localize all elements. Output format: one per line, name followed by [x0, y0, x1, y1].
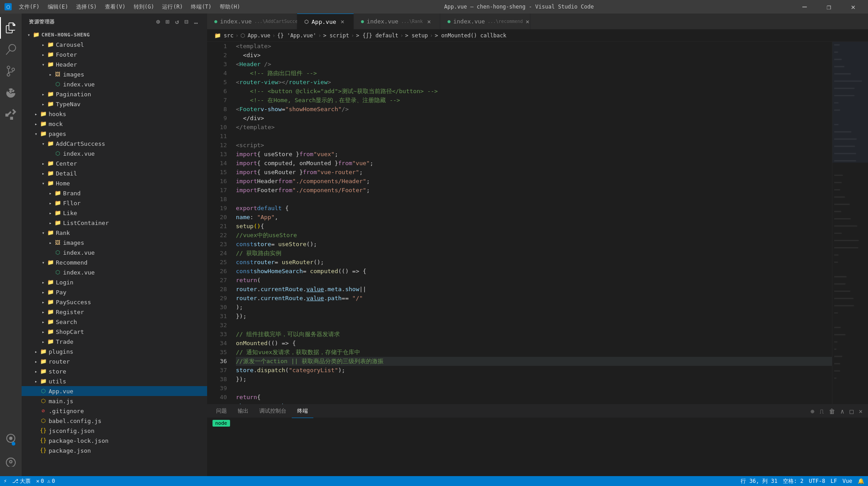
source-control-icon[interactable] — [0, 60, 22, 82]
tree-item-login[interactable]: ▸ 📁 Login — [22, 277, 207, 287]
tree-item-appvue[interactable]: ⬡ App.vue — [22, 386, 207, 396]
menu-item[interactable]: 终端(T) — [187, 2, 215, 12]
tree-item-indexvue-header[interactable]: ⬡ index.vue — [22, 79, 207, 89]
code-editor[interactable]: <template> <div> <Header /> <!-- 路由出口组件 … — [232, 42, 832, 404]
language-status[interactable]: Vue — [842, 478, 852, 484]
extensions-icon[interactable] — [0, 104, 22, 125]
tree-item-like[interactable]: ▸ 📁 Like — [22, 208, 207, 218]
breadcrumb-default[interactable]: > {∫} default — [356, 32, 398, 39]
panel-tab-terminal[interactable]: 终端 — [292, 405, 313, 418]
new-file-icon[interactable]: ⊕ — [154, 17, 162, 26]
tree-item-paysuccess[interactable]: ▸ 📁 PaySuccess — [22, 297, 207, 307]
tree-item-pay[interactable]: ▸ 📁 Pay — [22, 287, 207, 297]
tab-appvue[interactable]: ⬡ App.vue × — [297, 14, 354, 29]
tree-item-pages[interactable]: ▾ 📁 pages — [22, 129, 207, 139]
line-ending-status[interactable]: LF — [831, 478, 837, 484]
tree-item-addcartsuccess[interactable]: ▾ 📁 AddCartSuccess — [22, 139, 207, 148]
tab-index-addcart[interactable]: ● index.vue ...\AddCartSuccess × — [207, 14, 297, 29]
tab-close-rank-icon[interactable]: × — [425, 18, 433, 25]
new-folder-icon[interactable]: ⊞ — [164, 17, 172, 26]
split-terminal-icon[interactable]: ⎍ — [818, 407, 825, 416]
tree-item-search[interactable]: ▸ 📁 Search — [22, 317, 207, 327]
tree-item-center[interactable]: ▸ 📁 Center — [22, 158, 207, 168]
breadcrumb-onmounted[interactable]: > onMounted() callback — [435, 32, 506, 39]
close-panel-icon[interactable]: × — [857, 407, 864, 416]
menu-item[interactable]: 帮助(H) — [216, 2, 244, 12]
tree-item-gitignore[interactable]: ⊘ .gitignore — [22, 406, 207, 416]
tree-item-floor[interactable]: ▸ 📁 Fllor — [22, 198, 207, 208]
tree-item-indexvue-add[interactable]: ⬡ index.vue — [22, 148, 207, 158]
tree-item-pagination[interactable]: ▸ 📁 Pagination — [22, 89, 207, 99]
breadcrumb-script[interactable]: > script — [323, 32, 349, 39]
tree-item-recommend[interactable]: ▾ 📁 Recommend — [22, 257, 207, 267]
tree-item-mainjs[interactable]: ⬡ main.js — [22, 396, 207, 406]
breadcrumb-appvue[interactable]: App.vue — [248, 32, 271, 39]
panel-tab-output[interactable]: 输出 — [232, 405, 254, 418]
breadcrumb-src[interactable]: src — [224, 32, 234, 39]
menu-item[interactable]: 运行(R) — [158, 2, 186, 12]
tree-item-package[interactable]: {} package.json — [22, 446, 207, 455]
position-status[interactable]: 行 36, 列 31 — [741, 477, 778, 485]
settings-icon[interactable] — [0, 451, 22, 472]
tab-close-active-icon[interactable]: × — [339, 18, 346, 25]
tree-item-mock[interactable]: ▸ 📁 mock — [22, 119, 207, 129]
tree-item-images[interactable]: ▸ 🖼 images — [22, 69, 207, 79]
tree-item-rank-images[interactable]: ▸ 🖼 images — [22, 238, 207, 248]
tree-item-babelconfig[interactable]: ⬡ babel.config.js — [22, 416, 207, 426]
tree-item-trade[interactable]: ▸ 📁 Trade — [22, 337, 207, 346]
tree-item-recommend-indexvue[interactable]: ⬡ index.vue — [22, 267, 207, 277]
more-options-icon[interactable]: … — [192, 17, 200, 26]
refresh-icon[interactable]: ↺ — [173, 17, 181, 26]
explorer-icon[interactable] — [0, 17, 22, 39]
search-activity-icon[interactable] — [0, 39, 22, 60]
tree-item-rank-indexvue[interactable]: ⬡ index.vue — [22, 248, 207, 257]
tree-item-jsconfig[interactable]: {} jsconfig.json — [22, 426, 207, 436]
kill-terminal-icon[interactable]: 🗑 — [827, 407, 837, 416]
panel-tab-debug[interactable]: 调试控制台 — [254, 405, 292, 418]
menu-item[interactable]: 选择(S) — [72, 2, 100, 12]
tree-item-shopcart[interactable]: ▸ 📁 ShopCart — [22, 327, 207, 337]
tree-item-router[interactable]: ▸ 📁 router — [22, 356, 207, 366]
tree-item-rank[interactable]: ▾ 📁 Rank — [22, 228, 207, 238]
run-debug-icon[interactable] — [0, 82, 22, 104]
remote-status[interactable]: ⚡ — [4, 478, 7, 484]
collapse-all-icon[interactable]: ⊟ — [183, 17, 190, 26]
encoding-status[interactable]: UTF-8 — [809, 478, 825, 484]
tree-item-footer[interactable]: ▸ 📁 Footer — [22, 50, 207, 59]
maximize-button[interactable]: ❐ — [818, 0, 839, 14]
tree-item-listcontainer[interactable]: ▸ 📁 ListContainer — [22, 218, 207, 228]
breadcrumb-setup[interactable]: > setup — [405, 32, 428, 39]
tree-item-brand[interactable]: ▸ 📁 Brand — [22, 188, 207, 198]
tree-item-typenav[interactable]: ▸ 📁 TypeNav — [22, 99, 207, 109]
new-terminal-icon[interactable]: ⊕ — [809, 407, 816, 416]
menu-item[interactable]: 查看(V) — [101, 2, 129, 12]
notification-status[interactable]: 🔔 — [858, 478, 864, 484]
remote-icon[interactable] — [0, 428, 22, 449]
tree-root[interactable]: ▾ 📁 CHEN-HONG-SHENG — [22, 30, 207, 40]
menu-item[interactable]: 文件(F) — [15, 2, 43, 12]
tree-item-register[interactable]: ▸ 📁 Register — [22, 307, 207, 317]
spaces-status[interactable]: 空格: 2 — [783, 477, 804, 485]
tree-item-store[interactable]: ▸ 📁 store — [22, 366, 207, 376]
tree-item-header[interactable]: ▾ 📁 Header — [22, 59, 207, 69]
tab-close-rec-icon[interactable]: × — [525, 18, 529, 25]
tree-item-home[interactable]: ▾ 📁 Home — [22, 178, 207, 188]
errors-status[interactable]: ✕ 0 ⚠ 0 — [36, 478, 55, 484]
toggle-panel-icon[interactable]: ∧ — [839, 407, 846, 416]
menu-item[interactable]: 编辑(E) — [44, 2, 72, 12]
tree-item-plugins[interactable]: ▸ 📁 plugins — [22, 346, 207, 356]
tree-item-detail[interactable]: ▸ 📁 Detail — [22, 168, 207, 178]
maximize-panel-icon[interactable]: □ — [848, 407, 855, 416]
menu-item[interactable]: 转到(G) — [130, 2, 158, 12]
tab-index-recommend[interactable]: ● index.vue ...\recommend × — [440, 14, 530, 29]
close-button[interactable]: ✕ — [843, 0, 863, 14]
tree-item-utils[interactable]: ▸ 📁 utils — [22, 376, 207, 386]
breadcrumb-obj[interactable]: {} 'App.vue' — [277, 32, 316, 39]
tree-item-hooks[interactable]: ▸ 📁 hooks — [22, 109, 207, 119]
panel-tab-problems[interactable]: 问题 — [211, 405, 232, 418]
minimize-button[interactable]: ─ — [794, 0, 815, 14]
tree-item-packagelock[interactable]: {} package-lock.json — [22, 436, 207, 446]
tab-index-rank[interactable]: ● index.vue ...\Rank × — [354, 14, 440, 29]
tree-item-carousel[interactable]: ▸ 📁 Carousel — [22, 40, 207, 50]
branch-status[interactable]: ⎇ 大票 — [12, 477, 31, 485]
